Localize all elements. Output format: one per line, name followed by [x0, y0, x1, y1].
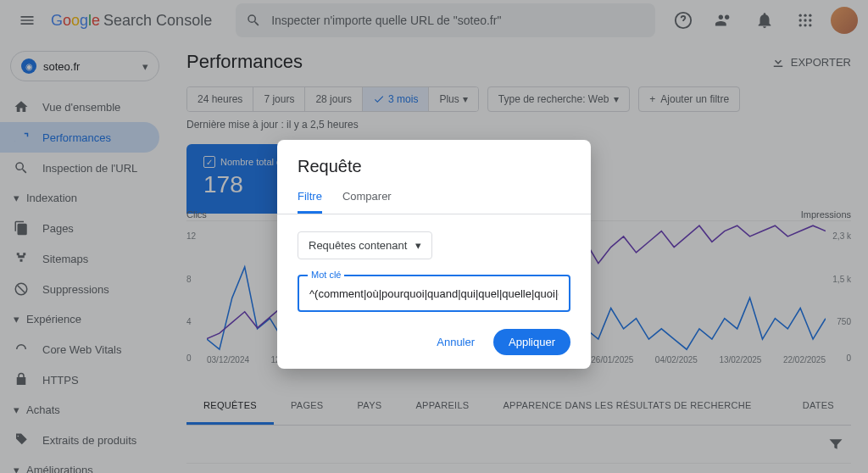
query-filter-dialog: Requête Filtre Comparer Requêtes contena… — [277, 140, 591, 369]
dialog-tab-filter[interactable]: Filtre — [298, 190, 322, 214]
cancel-button[interactable]: Annuler — [425, 329, 487, 355]
keyword-field[interactable]: Mot clé — [298, 275, 570, 312]
apply-button[interactable]: Appliquer — [493, 329, 570, 355]
query-match-select[interactable]: Requêtes contenant ▾ — [298, 231, 432, 259]
dialog-tab-compare[interactable]: Comparer — [342, 190, 392, 214]
dialog-title: Requête — [298, 157, 570, 176]
chevron-down-icon: ▾ — [415, 239, 421, 252]
modal-scrim[interactable]: Requête Filtre Comparer Requêtes contena… — [0, 0, 868, 473]
keyword-input[interactable] — [309, 287, 559, 300]
keyword-label: Mot clé — [308, 270, 344, 280]
